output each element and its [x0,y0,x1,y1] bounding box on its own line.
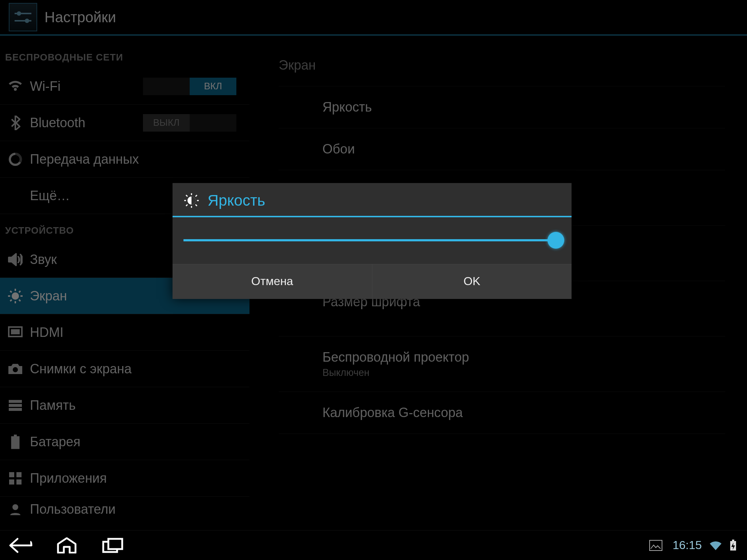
brightness-icon [183,192,200,209]
dialog-title: Яркость [208,192,265,209]
brightness-dialog: Яркость Отмена OK [173,183,572,299]
battery-charging-icon [729,540,737,551]
dialog-body [173,217,572,264]
system-bar: 16:15 [0,530,747,560]
ok-button[interactable]: OK [372,264,572,299]
svg-line-33 [196,205,197,206]
status-icons[interactable]: 16:15 [649,538,737,552]
recent-apps-button[interactable] [100,537,125,553]
clock: 16:15 [673,538,702,552]
svg-line-34 [196,195,197,197]
dialog-button-bar: Отмена OK [173,264,572,299]
svg-rect-37 [108,539,122,549]
slider-thumb[interactable] [547,232,564,249]
svg-rect-38 [650,540,662,551]
brightness-slider[interactable] [183,239,561,241]
svg-line-32 [186,195,187,197]
nav-buttons [8,537,125,553]
wifi-status-icon [709,540,722,551]
back-button[interactable] [8,537,34,553]
home-button[interactable] [54,537,80,553]
svg-line-35 [186,205,187,206]
svg-rect-40 [732,540,734,541]
cancel-button[interactable]: Отмена [173,264,372,299]
gallery-icon [649,540,662,551]
dialog-header: Яркость [173,183,572,217]
